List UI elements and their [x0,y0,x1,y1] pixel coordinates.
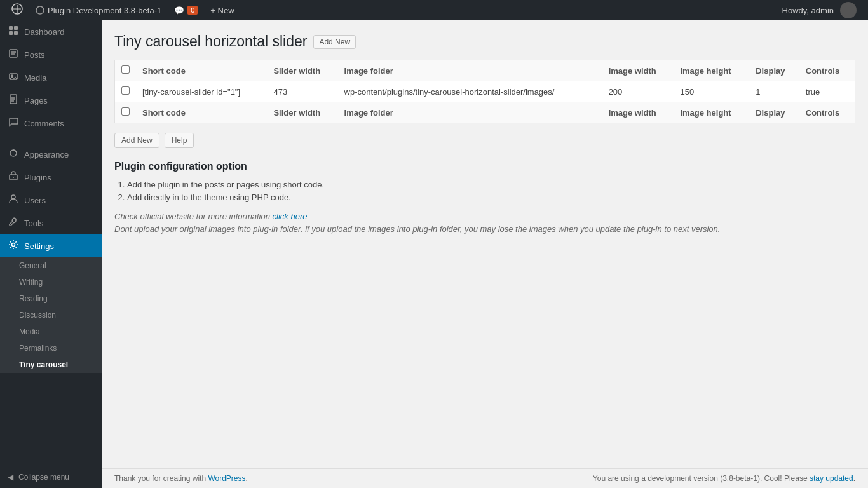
row-image-folder: wp-content/plugins/tiny-carousel-horizon… [338,81,602,102]
stay-updated-link[interactable]: stay updated [810,474,853,483]
sliders-table: Short code Slider width Image folder Ima… [114,60,855,123]
submenu-tiny-carousel[interactable]: Tiny carousel [0,356,102,373]
row-controls: true [799,81,855,102]
submenu-permalinks[interactable]: Permalinks [0,340,102,356]
sidebar-label-dashboard: Dashboard [24,27,65,37]
th-controls: Controls [799,60,855,81]
row-checkbox[interactable] [121,86,130,95]
tfoot-controls: Controls [799,102,855,123]
sidebar-item-dashboard[interactable]: Dashboard [0,20,102,43]
table-footer-row: Short code Slider width Image folder Ima… [115,102,855,123]
new-content-button[interactable]: + New [204,0,240,20]
comments-icon [8,117,19,130]
add-new-header-button[interactable]: Add New [313,35,356,49]
wp-logo-button[interactable] [5,0,29,20]
th-display: Display [749,60,799,81]
comment-icon: 💬 [174,6,184,15]
site-name-button[interactable]: Plugin Development 3.8-beta-1 [29,0,168,20]
sidebar-item-users[interactable]: Users [0,189,102,212]
sidebar: Dashboard Posts Media [0,20,102,488]
th-checkbox [115,60,137,81]
sidebar-label-settings: Settings [24,241,54,251]
config-notice-2: Dont upload your original images into pl… [114,224,855,234]
tfoot-slider-width: Slider width [267,102,337,123]
howdy-text: Howdy, admin [782,6,834,15]
select-all-checkbox[interactable] [121,65,130,74]
tfoot-checkbox [115,102,137,123]
sidebar-label-tools: Tools [24,219,43,228]
select-all-footer-checkbox[interactable] [121,107,130,116]
sidebar-item-settings[interactable]: Settings General Writing Reading Discuss… [0,234,102,373]
tfoot-image-height: Image height [674,102,749,123]
sidebar-item-comments[interactable]: Comments [0,112,102,135]
dashboard-icon [8,25,19,38]
nav-menu: Dashboard Posts Media [0,20,102,466]
howdy-menu[interactable]: Howdy, admin [776,0,863,20]
config-step-1: Add the plugin in the posts or pages usi… [127,180,855,189]
new-label: + New [210,6,234,15]
tfoot-short-code: Short code [136,102,267,123]
row-checkbox-cell [115,81,137,102]
page-title: Tiny carousel horizontal slider [114,33,307,50]
config-heading: Plugin configuration option [114,161,855,172]
nav-separator [0,139,102,139]
sidebar-label-pages: Pages [24,96,48,105]
submenu-discussion[interactable]: Discussion [0,307,102,323]
sidebar-label-posts: Posts [24,50,45,60]
th-image-folder: Image folder [338,60,602,81]
svg-point-19 [12,243,15,247]
tfoot-image-folder: Image folder [338,102,602,123]
table-header-row: Short code Slider width Image folder Ima… [115,60,855,81]
comments-count: 0 [187,6,198,15]
collapse-menu-button[interactable]: ◀ Collapse menu [0,466,102,488]
wp-footer: Thank you for creating with WordPress. Y… [102,468,868,488]
config-step-2: Add directly in to the theme using PHP c… [127,193,855,202]
sidebar-item-plugins[interactable]: Plugins [0,166,102,189]
site-name: Plugin Development 3.8-beta-1 [48,6,161,15]
sidebar-item-pages[interactable]: Pages [0,89,102,112]
th-image-height: Image height [674,60,749,81]
svg-rect-5 [14,31,18,35]
sidebar-item-posts[interactable]: Posts [0,43,102,66]
sidebar-item-media[interactable]: Media [0,66,102,89]
click-here-link[interactable]: click here [273,212,308,221]
sidebar-label-plugins: Plugins [24,173,51,182]
submenu-media[interactable]: Media [0,323,102,340]
svg-point-1 [36,6,44,14]
submenu-general[interactable]: General [0,257,102,274]
footer-right: You are using a development version (3.8… [593,474,855,483]
submenu-writing[interactable]: Writing [0,274,102,290]
tools-icon [8,217,19,229]
svg-rect-3 [14,26,18,30]
media-icon [8,71,19,84]
collapse-label: Collapse menu [18,473,69,482]
tfoot-image-width: Image width [602,102,674,123]
row-image-height: 150 [674,81,749,102]
admin-bar: Plugin Development 3.8-beta-1 💬 0 + New … [0,0,868,20]
row-image-width: 200 [602,81,674,102]
sidebar-item-appearance[interactable]: Appearance [0,143,102,166]
settings-icon [8,240,19,252]
config-steps: Add the plugin in the posts or pages usi… [127,180,855,202]
th-short-code: Short code [136,60,267,81]
comments-button[interactable]: 💬 0 [168,0,204,20]
notice-prefix: Check official website for more informat… [114,212,273,221]
add-new-button[interactable]: Add New [114,133,159,148]
posts-icon [8,48,19,61]
row-slider-width: 473 [267,81,337,102]
sidebar-label-appearance: Appearance [24,150,69,159]
sidebar-item-tools[interactable]: Tools [0,212,102,234]
th-slider-width: Slider width [267,60,337,81]
help-button[interactable]: Help [165,133,194,148]
settings-submenu: General Writing Reading Discussion Media… [0,257,102,373]
appearance-icon [8,148,19,161]
table-actions: Add New Help [114,133,855,148]
sidebar-label-media: Media [24,73,46,83]
page-title-area: Tiny carousel horizontal slider Add New [114,33,855,50]
tfoot-display: Display [749,102,799,123]
footer-left: Thank you for creating with WordPress. [114,474,248,483]
table-row: [tiny-carousel-slider id="1"] 473 wp-con… [115,81,855,102]
collapse-icon: ◀ [8,473,13,482]
submenu-reading[interactable]: Reading [0,290,102,307]
wordpress-link[interactable]: WordPress [208,474,245,483]
